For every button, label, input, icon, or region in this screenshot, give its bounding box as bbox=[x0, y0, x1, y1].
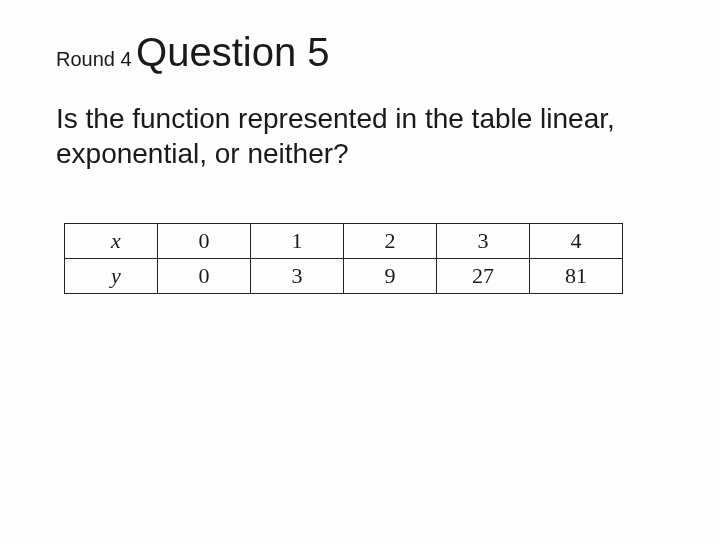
slide-title: Round 4 Question 5 bbox=[56, 24, 680, 75]
question-prompt: Is the function represented in the table… bbox=[56, 101, 656, 171]
cell: 9 bbox=[344, 259, 437, 294]
cell: 0 bbox=[158, 224, 251, 259]
question-label: Question 5 bbox=[136, 30, 329, 74]
round-label: Round 4 bbox=[56, 48, 132, 70]
cell: 1 bbox=[251, 224, 344, 259]
cell: 3 bbox=[437, 224, 530, 259]
cell: 3 bbox=[251, 259, 344, 294]
cell: 0 bbox=[158, 259, 251, 294]
cell: 2 bbox=[344, 224, 437, 259]
data-table: x 0 1 2 3 4 y 0 3 9 27 81 bbox=[64, 223, 623, 294]
cell: 4 bbox=[530, 224, 623, 259]
cell: 27 bbox=[437, 259, 530, 294]
slide: Round 4 Question 5 Is the function repre… bbox=[0, 0, 720, 540]
data-table-wrap: x 0 1 2 3 4 y 0 3 9 27 81 bbox=[64, 223, 680, 294]
cell: 81 bbox=[530, 259, 623, 294]
row-header-x: x bbox=[65, 224, 158, 259]
table-row: x 0 1 2 3 4 bbox=[65, 224, 623, 259]
row-header-y: y bbox=[65, 259, 158, 294]
table-row: y 0 3 9 27 81 bbox=[65, 259, 623, 294]
